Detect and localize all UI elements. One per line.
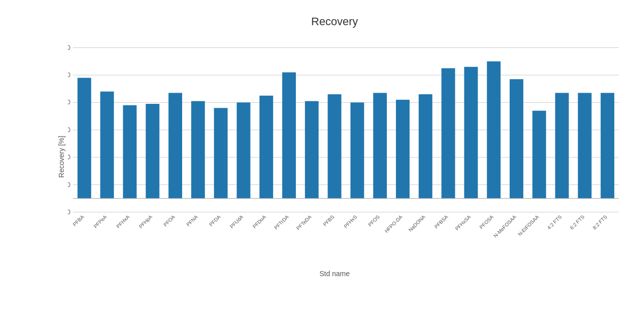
svg-rect-50 [487, 61, 501, 199]
svg-text:8:2 FTS: 8:2 FTS [592, 214, 608, 230]
svg-text:PFTrDA: PFTrDA [273, 214, 290, 230]
svg-text:PFBS: PFBS [322, 214, 335, 227]
svg-text:50: 50 [68, 126, 70, 134]
svg-text:PFHpA: PFHpA [138, 214, 153, 229]
svg-rect-16 [100, 92, 114, 199]
svg-text:PFHxS: PFHxS [343, 214, 358, 229]
svg-text:-10: -10 [68, 209, 70, 216]
svg-rect-52 [510, 79, 523, 199]
svg-text:4:2 FTS: 4:2 FTS [546, 214, 562, 230]
chart-container: Recovery Recovery [%] -101030507090110PF… [0, 0, 644, 325]
svg-rect-40 [373, 93, 387, 198]
svg-text:30: 30 [68, 154, 70, 161]
svg-text:PFOA: PFOA [163, 214, 176, 227]
svg-text:PFTeDA: PFTeDA [295, 214, 312, 231]
svg-rect-44 [419, 94, 432, 199]
y-axis-label: Recovery [%] [57, 136, 65, 177]
svg-rect-26 [214, 108, 227, 199]
svg-text:PFBSA: PFBSA [433, 214, 449, 229]
svg-rect-20 [146, 104, 159, 199]
svg-rect-42 [396, 100, 410, 199]
svg-text:PFDoA: PFDoA [252, 214, 267, 229]
svg-text:PFUdA: PFUdA [229, 214, 245, 229]
svg-text:PFOS: PFOS [367, 214, 381, 227]
svg-text:PFOSA: PFOSA [478, 214, 495, 230]
svg-rect-54 [532, 111, 546, 199]
svg-text:PFDA: PFDA [208, 214, 222, 227]
svg-rect-18 [123, 105, 136, 199]
plot-area: -101030507090110PFBAPFPeAPFHxAPFHpAPFOAP… [68, 36, 624, 252]
chart-title: Recovery [40, 15, 629, 28]
svg-rect-14 [77, 78, 91, 198]
svg-rect-30 [260, 96, 273, 199]
svg-rect-36 [328, 94, 341, 199]
svg-text:PFHxSA: PFHxSA [454, 214, 472, 231]
svg-text:110: 110 [68, 44, 70, 51]
svg-text:70: 70 [68, 99, 70, 106]
svg-text:HFPO-DA: HFPO-DA [383, 214, 404, 234]
svg-text:6:2 FTS: 6:2 FTS [569, 214, 586, 230]
svg-rect-38 [351, 102, 364, 198]
chart-svg: -101030507090110PFBAPFPeAPFHxAPFHpAPFOAP… [68, 36, 624, 252]
svg-text:10: 10 [68, 181, 70, 188]
svg-text:N-MeFOSAA: N-MeFOSAA [493, 214, 517, 238]
svg-rect-56 [555, 93, 569, 198]
svg-rect-46 [441, 68, 455, 198]
svg-rect-60 [601, 93, 614, 198]
svg-text:N-EtFOSAA: N-EtFOSAA [517, 214, 540, 237]
x-axis-label: Std name [319, 270, 350, 278]
svg-rect-22 [169, 93, 182, 198]
svg-text:PFBA: PFBA [72, 214, 85, 227]
svg-text:NaDONA: NaDONA [408, 214, 426, 232]
svg-rect-34 [305, 101, 318, 199]
svg-rect-24 [191, 101, 205, 199]
svg-rect-28 [237, 102, 251, 198]
svg-text:90: 90 [68, 72, 70, 79]
svg-text:PFPeA: PFPeA [93, 214, 108, 229]
svg-rect-58 [578, 93, 592, 198]
svg-rect-48 [464, 67, 478, 199]
svg-rect-32 [282, 73, 296, 199]
svg-text:PFNA: PFNA [185, 214, 199, 227]
svg-text:PFHxA: PFHxA [115, 214, 130, 229]
